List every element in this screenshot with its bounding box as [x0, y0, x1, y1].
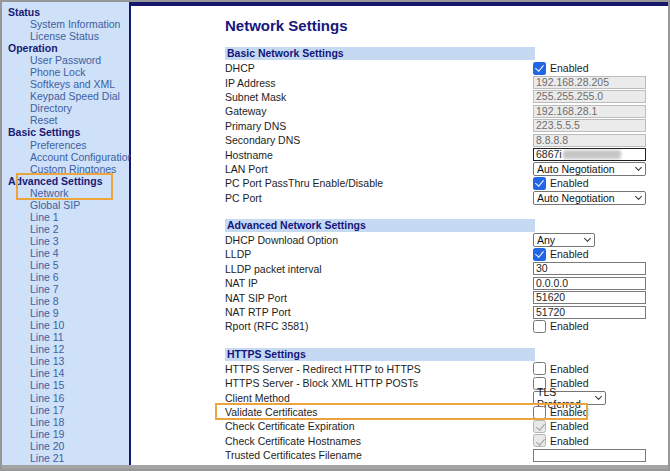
sidebar-item-line-18[interactable]: Line 18	[2, 416, 129, 428]
sidebar-section-status: Status	[2, 6, 129, 18]
settings-section-basic-network-settings: Basic Network SettingsDHCPEnabledIP Addr…	[225, 47, 646, 205]
sidebar-item-account-configuration[interactable]: Account Configuration	[2, 151, 129, 163]
sidebar-highlight-group: Advanced SettingsNetwork	[2, 175, 129, 199]
form-row-primary-dns: Primary DNS223.5.5.5	[225, 119, 646, 133]
sidebar-item-line-20[interactable]: Line 20	[2, 440, 129, 452]
field-label: Primary DNS	[225, 120, 533, 132]
field-control: Enabled	[533, 420, 646, 433]
text-input[interactable]: 51620	[533, 291, 646, 304]
checkbox-label: Enabled	[550, 435, 589, 447]
sidebar-item-directory[interactable]: Directory	[2, 102, 129, 114]
text-input[interactable]: 6867i	[533, 148, 646, 161]
sidebar-item-network[interactable]: Network	[2, 187, 129, 199]
text-input: 255.255.255.0	[533, 90, 646, 103]
sidebar: StatusSystem InformationLicense StatusOp…	[2, 2, 129, 469]
form-row-trusted-certificates-filename: Trusted Certificates Filename	[225, 448, 646, 462]
sidebar-item-user-password[interactable]: User Password	[2, 54, 129, 66]
text-input[interactable]: 30	[533, 262, 646, 275]
sidebar-item-line-2[interactable]: Line 2	[2, 223, 129, 235]
sidebar-item-line-1[interactable]: Line 1	[2, 211, 129, 223]
checked-checkbox[interactable]	[533, 248, 546, 261]
sidebar-item-line-17[interactable]: Line 17	[2, 404, 129, 416]
input-value: 8.8.8.8	[536, 135, 568, 146]
form-row-lldp-packet-interval: LLDP packet interval30	[225, 262, 646, 276]
text-input[interactable]: 0.0.0.0	[533, 277, 646, 290]
sidebar-item-line-10[interactable]: Line 10	[2, 319, 129, 331]
dropdown-select[interactable]: Auto Negotiation	[533, 191, 646, 205]
section-header: Advanced Network Settings	[225, 219, 535, 232]
sidebar-item-line-13[interactable]: Line 13	[2, 355, 129, 367]
sidebar-item-line-3[interactable]: Line 3	[2, 235, 129, 247]
sidebar-item-line-4[interactable]: Line 4	[2, 247, 129, 259]
dropdown-select[interactable]: TLS Preferred	[533, 391, 606, 405]
dropdown-select[interactable]: Auto Negotiation	[533, 162, 646, 176]
field-label: Hostname	[225, 149, 533, 161]
field-label: Gateway	[225, 105, 533, 117]
settings-form: Basic Network SettingsDHCPEnabledIP Addr…	[225, 47, 668, 462]
field-control: 30	[533, 262, 646, 275]
sidebar-item-line-12[interactable]: Line 12	[2, 343, 129, 355]
sidebar-item-preferences[interactable]: Preferences	[2, 139, 129, 151]
sidebar-item-line-5[interactable]: Line 5	[2, 259, 129, 271]
field-control: Enabled	[533, 320, 646, 333]
sidebar-item-custom-ringtones[interactable]: Custom Ringtones	[2, 163, 129, 175]
sidebar-item-line-21[interactable]: Line 21	[2, 452, 129, 464]
redacted-text	[563, 150, 621, 159]
main-content: Network Settings Basic Network SettingsD…	[131, 2, 668, 469]
section-header: HTTPS Settings	[225, 348, 535, 361]
sidebar-item-line-11[interactable]: Line 11	[2, 331, 129, 343]
sidebar-item-line-16[interactable]: Line 16	[2, 392, 129, 404]
form-row-gateway: Gateway192.168.28.1	[225, 104, 646, 118]
field-label: PC Port PassThru Enable/Disable	[225, 177, 533, 189]
sidebar-item-license-status[interactable]: License Status	[2, 30, 129, 42]
sidebar-item-line-7[interactable]: Line 7	[2, 283, 129, 295]
dropdown-select[interactable]: Any	[533, 233, 595, 247]
form-row-secondary-dns: Secondary DNS8.8.8.8	[225, 133, 646, 147]
field-control: 255.255.255.0	[533, 90, 646, 103]
admin-window: StatusSystem InformationLicense StatusOp…	[0, 0, 670, 471]
checked-checkbox	[533, 420, 546, 433]
unchecked-checkbox[interactable]	[533, 406, 546, 419]
sidebar-item-line-6[interactable]: Line 6	[2, 271, 129, 283]
sidebar-item-line-19[interactable]: Line 19	[2, 428, 129, 440]
unchecked-checkbox[interactable]	[533, 362, 546, 375]
form-row-validate-certificates: Validate CertificatesEnabled	[225, 405, 646, 419]
input-value: 51620	[536, 292, 565, 303]
checkbox-label: Enabled	[550, 420, 589, 432]
field-label: LAN Port	[225, 163, 533, 175]
sidebar-item-phone-lock[interactable]: Phone Lock	[2, 66, 129, 78]
sidebar-item-softkeys-and-xml[interactable]: Softkeys and XML	[2, 78, 129, 90]
field-control	[533, 449, 646, 462]
field-control: Enabled	[533, 177, 646, 190]
selected-option: Any	[537, 234, 555, 246]
sidebar-item-line-14[interactable]: Line 14	[2, 367, 129, 379]
sidebar-item-line-8[interactable]: Line 8	[2, 295, 129, 307]
form-row-dhcp-download-option: DHCP Download OptionAny	[225, 233, 646, 247]
sidebar-item-reset[interactable]: Reset	[2, 114, 129, 126]
sidebar-item-keypad-speed-dial[interactable]: Keypad Speed Dial	[2, 90, 129, 102]
form-row-dhcp: DHCPEnabled	[225, 61, 646, 75]
field-label: LLDP	[225, 248, 533, 260]
checked-checkbox[interactable]	[533, 177, 546, 190]
input-value: 30	[536, 263, 548, 274]
sidebar-item-line-9[interactable]: Line 9	[2, 307, 129, 319]
field-label: Client Method	[225, 392, 533, 404]
form-row-pc-port: PC PortAuto Negotiation	[225, 191, 646, 205]
sidebar-item-line-15[interactable]: Line 15	[2, 379, 129, 391]
form-row-lldp: LLDPEnabled	[225, 247, 646, 261]
unchecked-checkbox[interactable]	[533, 320, 546, 333]
field-control: 51720	[533, 306, 646, 319]
sidebar-item-global-sip[interactable]: Global SIP	[2, 199, 129, 211]
input-value: 51720	[536, 307, 565, 318]
sidebar-section-operation: Operation	[2, 42, 129, 54]
form-row-client-method: Client MethodTLS Preferred	[225, 390, 646, 404]
field-label: Subnet Mask	[225, 91, 533, 103]
form-row-hostname: Hostname6867i	[225, 147, 646, 161]
form-row-https-server-redirect-http-to-https: HTTPS Server - Redirect HTTP to HTTPSEna…	[225, 362, 646, 376]
text-input[interactable]	[533, 449, 646, 462]
text-input: 8.8.8.8	[533, 134, 646, 147]
text-input[interactable]: 51720	[533, 306, 646, 319]
sidebar-item-system-information[interactable]: System Information	[2, 18, 129, 30]
checked-checkbox[interactable]	[533, 62, 546, 75]
input-value: 255.255.255.0	[536, 91, 603, 102]
